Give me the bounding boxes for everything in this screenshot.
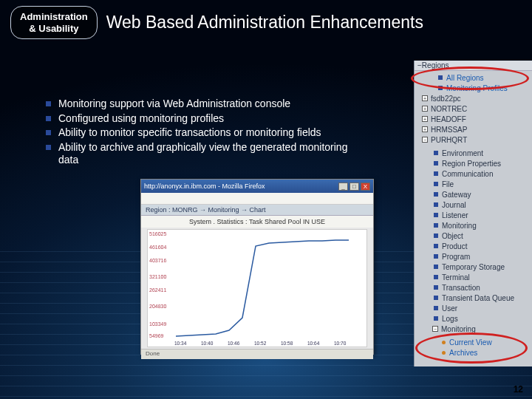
expand-icon[interactable]: + <box>422 106 428 112</box>
window-title: http://anonyx.in.ibm.com - Mozilla Firef… <box>144 183 265 190</box>
bullet-icon <box>434 254 438 259</box>
tree-item-monitoring-profiles[interactable]: Monitoring Profiles <box>420 83 532 93</box>
bullet-icon <box>434 213 438 217</box>
tree-item-all-regions[interactable]: All Regions <box>420 72 532 83</box>
tree-region[interactable]: +HRMSSAP <box>420 124 532 134</box>
window-buttons: _ □ X <box>338 183 370 191</box>
expand-icon[interactable]: + <box>422 95 428 101</box>
tree-label: Transient Data Queue <box>442 293 514 303</box>
bullet-icon <box>434 171 438 176</box>
tree-label: Object <box>442 231 463 241</box>
tree-header[interactable]: − Regions <box>415 61 532 71</box>
tree-label: Journal <box>442 200 466 210</box>
tree-region[interactable]: +HEADOFF <box>420 114 532 124</box>
x-tick: 10:58 <box>281 341 293 346</box>
tree-label: fsdb22pc <box>431 94 461 103</box>
category-badge: Administration & Usability <box>10 6 98 39</box>
tree-prop[interactable]: Journal <box>431 200 532 210</box>
expand-icon[interactable]: + <box>422 116 428 122</box>
bullet-icon <box>46 116 51 121</box>
tree-label: Temporary Storage <box>442 262 505 272</box>
bullet-icon <box>438 86 443 90</box>
collapse-icon[interactable]: − <box>432 326 438 332</box>
bullet-icon <box>434 265 438 269</box>
tree-label: Product <box>442 242 467 251</box>
bullet-icon <box>434 306 438 310</box>
tree-label: HRMSSAP <box>431 125 467 134</box>
bullet-item: Monitoring support via Web Administratio… <box>46 98 364 111</box>
tree-label: Current View <box>449 338 492 347</box>
badge-line1: Administration <box>20 11 88 23</box>
tree-label: Monitoring <box>442 221 477 231</box>
tree-label: Terminal <box>442 273 470 282</box>
titlebar[interactable]: http://anonyx.in.ibm.com - Mozilla Firef… <box>141 180 373 193</box>
tree-region[interactable]: +NORTREC <box>420 103 532 114</box>
tree-region[interactable]: +fsdb22pc <box>420 93 532 103</box>
dot-icon <box>442 351 446 355</box>
minimize-button[interactable]: _ <box>338 183 348 191</box>
tree-prop[interactable]: Product <box>431 241 532 251</box>
y-tick: 262411 <box>149 287 166 293</box>
x-tick: 10:52 <box>254 341 266 346</box>
bullet-item: Ability to archive and graphically view … <box>46 141 364 167</box>
tree-prop[interactable]: Communication <box>431 168 532 179</box>
tree-label: Transaction <box>442 283 480 293</box>
y-tick: 516025 <box>149 231 166 236</box>
tree-region[interactable]: −PURHQRT <box>420 134 532 145</box>
bullet-text: Ability to monitor specific transactions… <box>58 126 321 140</box>
tree-label: Monitoring Profiles <box>446 83 508 93</box>
tree-prop[interactable]: Temporary Storage <box>431 262 532 272</box>
tree-archives[interactable]: Archives <box>438 347 532 358</box>
tree-label: File <box>442 180 454 189</box>
tree-prop[interactable]: User <box>431 303 532 313</box>
tree-prop[interactable]: Terminal <box>431 272 532 282</box>
bullet-item: Ability to monitor specific transactions… <box>46 126 364 140</box>
tree-prop[interactable]: Transient Data Queue <box>431 293 532 303</box>
tree-prop[interactable]: Environment <box>431 148 532 158</box>
bullet-item: Configured using monitoring profiles <box>46 112 364 126</box>
tree-prop[interactable]: Object <box>431 231 532 241</box>
tree-current-view[interactable]: Current View <box>438 337 532 347</box>
address-bar[interactable] <box>141 193 373 205</box>
y-tick: 204830 <box>149 304 166 309</box>
page-title: Web Based Administration Enhancements <box>106 13 423 32</box>
tree-prop[interactable]: Listener <box>431 210 532 220</box>
dot-icon <box>442 341 446 344</box>
bullet-icon <box>46 130 51 135</box>
tree-header-label: Regions <box>422 61 449 69</box>
tree-label: Region Properties <box>442 159 501 168</box>
tree-label: NORTREC <box>431 104 467 114</box>
bullet-icon <box>434 285 438 290</box>
tree-monitoring[interactable]: −Monitoring <box>431 324 532 334</box>
bullet-icon <box>434 223 438 228</box>
bullet-icon <box>434 202 438 207</box>
tree-prop[interactable]: Gateway <box>431 189 532 200</box>
x-tick: 10:70 <box>334 341 346 346</box>
y-tick: 54969 <box>149 333 163 338</box>
x-tick: 10:34 <box>174 341 186 346</box>
maximize-button[interactable]: □ <box>349 183 359 191</box>
tree-prop[interactable]: Region Properties <box>431 158 532 168</box>
bullet-icon <box>46 101 51 106</box>
tree-label: Listener <box>442 211 468 220</box>
tree-prop[interactable]: File <box>431 179 532 189</box>
tree-prop[interactable]: Transaction <box>431 282 532 293</box>
tree-panel: − Regions All Regions Monitoring Profile… <box>414 61 532 366</box>
expand-icon[interactable]: + <box>422 126 428 132</box>
tree-prop[interactable]: Monitoring <box>431 220 532 231</box>
x-tick: 10:40 <box>201 341 213 346</box>
tree-label: Environment <box>442 149 483 158</box>
tree-label: Program <box>442 252 470 262</box>
tree-prop[interactable]: Logs <box>431 313 532 324</box>
close-button[interactable]: X <box>361 183 370 191</box>
tree-prop[interactable]: Program <box>431 251 532 262</box>
bullet-icon <box>434 182 438 186</box>
x-tick: 10:46 <box>228 341 239 346</box>
bullet-text: Configured using monitoring profiles <box>58 112 224 126</box>
bullet-icon <box>434 296 438 300</box>
x-tick: 10:64 <box>307 341 319 346</box>
chart-plot: 516025 461604 403716 321100 262411 20483… <box>147 229 367 347</box>
page-number: 12 <box>514 384 523 395</box>
bullet-text: Monitoring support via Web Administratio… <box>58 98 290 111</box>
expand-icon[interactable]: − <box>422 137 428 143</box>
